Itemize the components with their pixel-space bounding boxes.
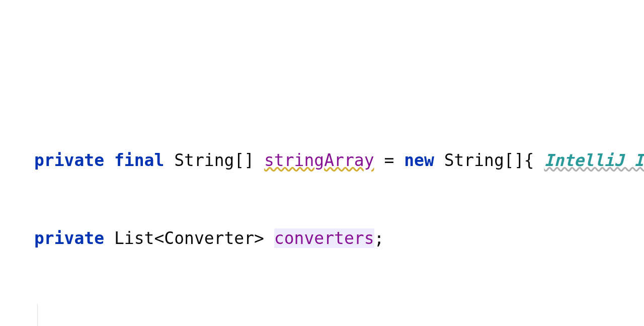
code-line[interactable] — [0, 304, 644, 326]
type-text: String[]{ — [434, 150, 544, 170]
type-text: String[] — [174, 150, 254, 170]
keyword-new: new — [404, 150, 434, 170]
keyword-private: private — [34, 150, 104, 170]
semicolon: ; — [374, 228, 384, 248]
field-name: stringArray — [264, 150, 374, 170]
string-literal: IntelliJ I — [544, 150, 644, 170]
indent-guide — [37, 304, 38, 326]
keyword-final: final — [114, 150, 164, 170]
code-editor[interactable]: private final String[] stringArray = new… — [0, 104, 644, 326]
code-line[interactable]: private final String[] stringArray = new… — [0, 147, 644, 174]
equals-text: = — [374, 150, 405, 170]
code-line[interactable]: private List<Converter> converters; — [0, 225, 644, 252]
type-text: List<Converter> — [104, 228, 274, 248]
keyword-private: private — [34, 228, 104, 248]
field-name: converters — [274, 228, 374, 248]
